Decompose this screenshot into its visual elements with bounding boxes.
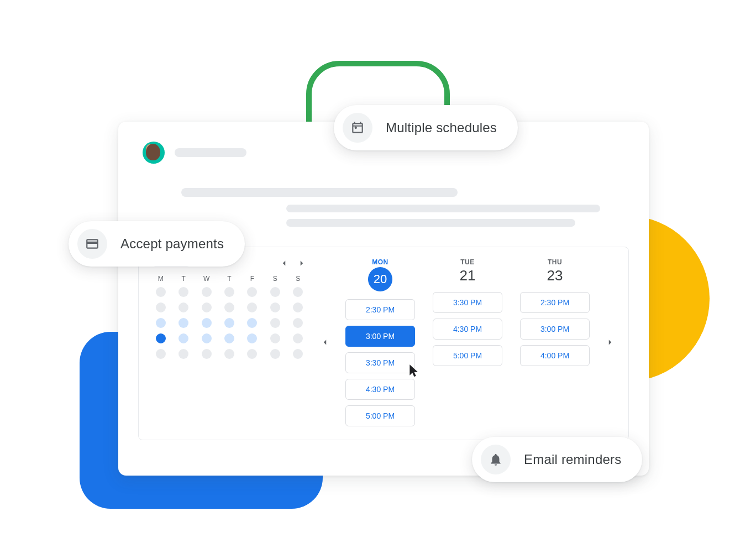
time-slot[interactable]: 2:30 PM: [520, 292, 590, 313]
calendar-day[interactable]: [202, 333, 212, 343]
calendar-day[interactable]: [179, 287, 188, 297]
calendar-day[interactable]: [247, 318, 257, 328]
next-month-icon[interactable]: [297, 258, 307, 268]
day-number: 21: [460, 267, 476, 284]
calendar-day[interactable]: [179, 349, 188, 359]
dow-label: W: [198, 275, 215, 283]
day-label: MON: [372, 258, 389, 266]
time-slot[interactable]: 5:00 PM: [345, 405, 415, 426]
day-header[interactable]: THU23: [547, 258, 563, 284]
feature-label: Multiple schedules: [386, 120, 497, 135]
calendar-day[interactable]: [270, 349, 280, 359]
calendar-day[interactable]: [224, 287, 234, 297]
feature-label: Accept payments: [120, 236, 224, 252]
day-number: 23: [547, 267, 563, 284]
title-placeholder: [181, 188, 458, 197]
name-placeholder: [175, 148, 246, 157]
description-line: [286, 205, 600, 212]
avatar[interactable]: [143, 142, 165, 164]
calendar-day[interactable]: [293, 302, 303, 312]
day-header[interactable]: TUE21: [460, 258, 476, 284]
prev-days-icon[interactable]: [320, 337, 330, 347]
day-label: THU: [548, 258, 562, 266]
calendar-day[interactable]: [202, 287, 212, 297]
calendar-day[interactable]: [156, 318, 166, 328]
calendar-day[interactable]: [247, 302, 257, 312]
day-of-week-header: MTWTFSS: [152, 275, 307, 283]
day-header[interactable]: MON20: [368, 258, 392, 291]
bell-icon: [481, 445, 511, 474]
calendar-day[interactable]: [293, 287, 303, 297]
calendar-day[interactable]: [202, 349, 212, 359]
calendar-day[interactable]: [179, 302, 188, 312]
day-label: TUE: [460, 258, 475, 266]
dow-label: S: [290, 275, 307, 283]
time-slot[interactable]: 4:00 PM: [520, 345, 590, 366]
calendar-day[interactable]: [270, 318, 280, 328]
calendar-day[interactable]: [247, 333, 257, 343]
time-slot[interactable]: 3:30 PM: [345, 352, 415, 373]
feature-email-reminders[interactable]: Email reminders: [472, 437, 642, 482]
calendar-day[interactable]: [224, 349, 234, 359]
calendar-icon: [343, 113, 372, 143]
dow-label: T: [175, 275, 192, 283]
time-slot[interactable]: 3:00 PM: [345, 326, 415, 347]
calendar-day[interactable]: [247, 349, 257, 359]
dow-label: F: [244, 275, 261, 283]
day-column: TUE213:30 PM4:30 PM5:00 PM: [428, 258, 507, 366]
time-slot-columns: MON202:30 PM3:00 PM3:30 PM4:30 PM5:00 PM…: [320, 258, 615, 426]
time-slot[interactable]: 2:30 PM: [345, 299, 415, 320]
time-slot[interactable]: 3:00 PM: [520, 319, 590, 340]
calendar-day[interactable]: [156, 333, 166, 343]
calendar-day[interactable]: [156, 302, 166, 312]
calendar-day[interactable]: [270, 302, 280, 312]
appointment-booking-card: MTWTFSS MON202:30 PM3:00 PM3:30 PM4:30 P…: [118, 122, 649, 476]
time-slot[interactable]: 5:00 PM: [433, 345, 502, 366]
description-line: [286, 219, 575, 227]
prev-month-icon[interactable]: [279, 258, 289, 268]
day-column: MON202:30 PM3:00 PM3:30 PM4:30 PM5:00 PM: [341, 258, 419, 426]
calendar-day[interactable]: [293, 318, 303, 328]
calendar-day[interactable]: [179, 333, 188, 343]
dow-label: T: [221, 275, 238, 283]
calendar-day[interactable]: [224, 302, 234, 312]
calendar-day[interactable]: [247, 287, 257, 297]
calendar-day[interactable]: [156, 349, 166, 359]
credit-card-icon: [77, 229, 107, 259]
feature-multiple-schedules[interactable]: Multiple schedules: [334, 105, 518, 150]
calendar-day[interactable]: [202, 302, 212, 312]
feature-accept-payments[interactable]: Accept payments: [69, 221, 245, 267]
mini-calendar: MTWTFSS: [152, 258, 307, 426]
calendar-day[interactable]: [202, 318, 212, 328]
day-number: 20: [368, 267, 392, 291]
calendar-day[interactable]: [293, 349, 303, 359]
calendar-day[interactable]: [293, 333, 303, 343]
calendar-day[interactable]: [270, 287, 280, 297]
calendar-grid: [152, 287, 307, 359]
dow-label: S: [266, 275, 284, 283]
day-column: THU232:30 PM3:00 PM4:00 PM: [516, 258, 594, 366]
availability-panel: MTWTFSS MON202:30 PM3:00 PM3:30 PM4:30 P…: [138, 247, 629, 440]
time-slot[interactable]: 4:30 PM: [345, 379, 415, 400]
calendar-day[interactable]: [224, 318, 234, 328]
time-slot[interactable]: 4:30 PM: [433, 319, 502, 340]
next-days-icon[interactable]: [605, 337, 615, 347]
dow-label: M: [152, 275, 169, 283]
calendar-day[interactable]: [179, 318, 188, 328]
calendar-day[interactable]: [270, 333, 280, 343]
time-slot[interactable]: 3:30 PM: [433, 292, 502, 313]
feature-label: Email reminders: [524, 452, 621, 467]
calendar-day[interactable]: [224, 333, 234, 343]
calendar-day[interactable]: [156, 287, 166, 297]
